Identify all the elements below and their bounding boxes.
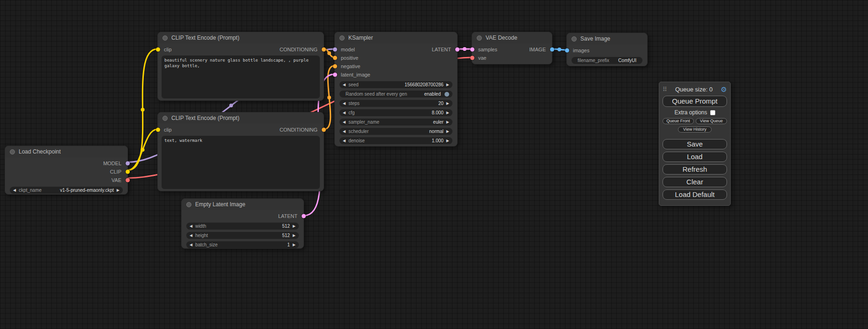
- collapse-dot-icon[interactable]: [186, 202, 191, 207]
- collapse-dot-icon[interactable]: [572, 36, 577, 42]
- load-default-button[interactable]: Load Default: [663, 189, 727, 200]
- widget-seed[interactable]: ◀ seed 156680208700286 ▶: [339, 81, 452, 88]
- prompt-textarea[interactable]: beautiful scenery nature glass bottle la…: [162, 56, 320, 98]
- link-dot-clip-top: [141, 108, 145, 112]
- negative-input-dot[interactable]: [333, 64, 337, 69]
- node-title-bar[interactable]: KSampler: [335, 32, 457, 43]
- increment-arrow-icon[interactable]: ▶: [446, 109, 449, 116]
- node-empty-latent-image[interactable]: Empty Latent Image LATENT ◀ width 512 ▶ …: [181, 198, 304, 249]
- widget-batch-size[interactable]: ◀ batch_size 1 ▶: [186, 241, 299, 248]
- increment-arrow-icon[interactable]: ▶: [446, 100, 449, 107]
- widget-height[interactable]: ◀ height 512 ▶: [186, 232, 299, 239]
- conditioning-output-dot[interactable]: [322, 48, 326, 52]
- widget-label: steps: [348, 101, 360, 106]
- widget-random-seed-toggle[interactable]: Random seed after every gen enabled: [339, 91, 452, 98]
- increment-arrow-icon[interactable]: ▶: [446, 81, 449, 88]
- positive-input-dot[interactable]: [333, 56, 337, 60]
- collapse-dot-icon[interactable]: [162, 116, 168, 121]
- decrement-arrow-icon[interactable]: ◀: [343, 128, 346, 135]
- increment-arrow-icon[interactable]: ▶: [117, 187, 120, 194]
- node-save-image[interactable]: Save Image images filename_prefix ComfyU…: [566, 33, 648, 66]
- decrement-arrow-icon[interactable]: ◀: [190, 223, 192, 230]
- input-label-clip: clip: [164, 127, 172, 133]
- decrement-arrow-icon[interactable]: ◀: [343, 81, 346, 88]
- increment-arrow-icon[interactable]: ▶: [446, 128, 449, 135]
- prompt-textarea[interactable]: text, watermark: [162, 136, 320, 189]
- node-ksampler[interactable]: KSampler model LATENT positive negative …: [334, 32, 458, 147]
- increment-arrow-icon[interactable]: ▶: [446, 137, 449, 144]
- conditioning-output-dot[interactable]: [322, 128, 326, 132]
- widget-denoise[interactable]: ◀ denoise 1.000 ▶: [339, 137, 452, 144]
- extra-options-label: Extra options: [674, 109, 707, 116]
- clear-button[interactable]: Clear: [663, 177, 727, 187]
- samples-input-dot[interactable]: [470, 48, 474, 52]
- output-label-clip: CLIP: [110, 169, 121, 175]
- latent-output-dot[interactable]: [455, 48, 459, 52]
- node-title-bar[interactable]: Empty Latent Image: [182, 199, 303, 210]
- collapse-dot-icon[interactable]: [10, 149, 15, 154]
- link-dot-image: [557, 48, 561, 51]
- increment-arrow-icon[interactable]: ▶: [446, 119, 449, 126]
- node-clip-text-encode-negative[interactable]: CLIP Text Encode (Prompt) clip CONDITION…: [157, 112, 324, 191]
- widget-ckpt-name[interactable]: ◀ ckpt_name v1-5-pruned-emaonly.ckpt ▶: [10, 187, 123, 194]
- extra-options-checkbox[interactable]: [710, 110, 715, 115]
- node-vae-decode[interactable]: VAE Decode samples IMAGE vae: [472, 32, 552, 64]
- collapse-dot-icon[interactable]: [477, 35, 482, 41]
- collapse-dot-icon[interactable]: [339, 35, 345, 41]
- decrement-arrow-icon[interactable]: ◀: [343, 119, 346, 126]
- widget-steps[interactable]: ◀ steps 20 ▶: [339, 100, 452, 107]
- node-title: Save Image: [580, 35, 610, 42]
- node-graph-canvas[interactable]: Load Checkpoint MODEL CLIP VAE ◀ ckpt_na…: [0, 0, 868, 329]
- node-title: Empty Latent Image: [195, 201, 245, 208]
- slot-row: LATENT: [182, 212, 303, 220]
- clip-output-dot[interactable]: [126, 170, 130, 174]
- decrement-arrow-icon[interactable]: ◀: [343, 100, 346, 107]
- vae-input-dot[interactable]: [470, 56, 474, 60]
- images-input-dot[interactable]: [565, 49, 569, 53]
- toggle-knob[interactable]: [445, 92, 449, 97]
- decrement-arrow-icon[interactable]: ◀: [190, 241, 192, 248]
- node-load-checkpoint[interactable]: Load Checkpoint MODEL CLIP VAE ◀ ckpt_na…: [5, 146, 128, 195]
- save-button[interactable]: Save: [663, 139, 727, 149]
- latent-image-input-dot[interactable]: [333, 73, 337, 77]
- node-title-bar[interactable]: Save Image: [567, 33, 647, 44]
- model-input-dot[interactable]: [333, 48, 337, 52]
- node-clip-text-encode-positive[interactable]: CLIP Text Encode (Prompt) clip CONDITION…: [157, 32, 324, 101]
- decrement-arrow-icon[interactable]: ◀: [13, 187, 16, 194]
- link-dot-cond-negative: [327, 96, 331, 99]
- view-queue-button[interactable]: View Queue: [696, 118, 727, 124]
- widget-sampler-name[interactable]: ◀ sampler_name euler ▶: [339, 119, 452, 126]
- slot-row: clip CONDITIONING: [158, 126, 324, 134]
- vae-output-dot[interactable]: [126, 178, 130, 182]
- decrement-arrow-icon[interactable]: ◀: [190, 232, 192, 239]
- widget-scheduler[interactable]: ◀ scheduler normal ▶: [339, 128, 452, 135]
- node-title-bar[interactable]: CLIP Text Encode (Prompt): [158, 112, 324, 124]
- clip-input-dot[interactable]: [156, 48, 160, 52]
- latent-output-dot[interactable]: [302, 214, 306, 218]
- view-history-button[interactable]: View History: [678, 126, 712, 133]
- settings-gear-icon[interactable]: ⚙: [721, 86, 727, 93]
- increment-arrow-icon[interactable]: ▶: [293, 241, 296, 248]
- widget-width[interactable]: ◀ width 512 ▶: [186, 223, 299, 230]
- node-title-bar[interactable]: Load Checkpoint: [5, 146, 127, 157]
- image-output-dot[interactable]: [550, 48, 554, 52]
- queue-front-button[interactable]: Queue Front: [663, 118, 694, 124]
- widget-filename-prefix[interactable]: filename_prefix ComfyUI: [572, 57, 642, 64]
- node-title-bar[interactable]: VAE Decode: [472, 32, 552, 43]
- widget-label: Random seed after every gen: [346, 91, 407, 97]
- collapse-dot-icon[interactable]: [162, 35, 168, 41]
- load-button[interactable]: Load: [663, 152, 727, 162]
- drag-handle-icon[interactable]: ⠿: [663, 86, 667, 93]
- refresh-button[interactable]: Refresh: [663, 164, 727, 175]
- increment-arrow-icon[interactable]: ▶: [293, 223, 296, 230]
- clip-input-dot[interactable]: [156, 128, 160, 132]
- decrement-arrow-icon[interactable]: ◀: [343, 109, 346, 116]
- increment-arrow-icon[interactable]: ▶: [293, 232, 296, 239]
- queue-prompt-button[interactable]: Queue Prompt: [663, 96, 727, 107]
- model-output-dot[interactable]: [126, 161, 130, 166]
- decrement-arrow-icon[interactable]: ◀: [343, 137, 346, 144]
- widget-cfg[interactable]: ◀ cfg 8.000 ▶: [339, 109, 452, 116]
- queue-menu-panel: ⠿ Queue size: 0 ⚙ Queue Prompt Extra opt…: [659, 82, 731, 206]
- node-title-bar[interactable]: CLIP Text Encode (Prompt): [158, 32, 324, 43]
- widget-label: filename_prefix: [578, 58, 609, 63]
